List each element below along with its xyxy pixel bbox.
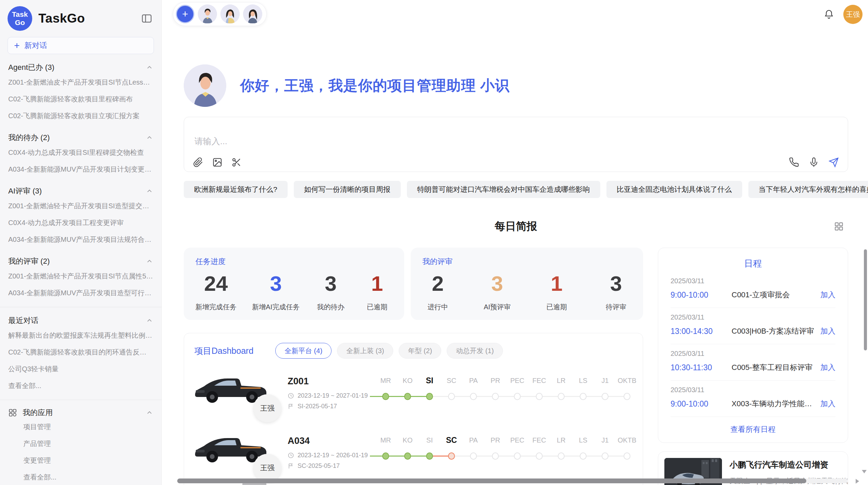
schedule-time: 9:00-10:00 — [671, 399, 732, 409]
sidebar-toggle-icon[interactable] — [141, 13, 153, 24]
milestone-ko: KO — [397, 435, 419, 470]
sidebar-item[interactable]: C0X4-动力总成开发项目工程变更评审 — [8, 214, 153, 231]
app-item-product-mgmt[interactable]: 产品管理 — [8, 435, 153, 452]
milestone-dot — [404, 393, 411, 400]
send-icon[interactable] — [829, 157, 839, 167]
project-dates: 2023-12-19 ~ 2026-01-19 — [288, 452, 373, 459]
schedule-event-title: C005-整车工程目标评审 — [732, 362, 816, 373]
sidebar-item[interactable]: A034-全新新能源MUV产品开发项目法规符合性评审 — [8, 231, 153, 248]
tab-new-body[interactable]: 全新上装 (3) — [337, 343, 393, 359]
assistant-avatar — [184, 64, 226, 107]
suggestion-chip[interactable]: 欧洲新规最近颁布了什么? — [184, 181, 288, 198]
briefing-stats: 任务进度 24新增完成任务 3新增AI完成任务 3我的待办 1已逾期 我的评审 … — [184, 248, 643, 320]
agent-avatar-1[interactable] — [198, 4, 217, 24]
project-row-a034[interactable]: 王强 A034 2023-12-19 ~ 2026-01-19 SC-2025-… — [184, 424, 643, 481]
join-meeting-link[interactable]: 加入 — [820, 399, 835, 409]
milestone-dot — [404, 452, 411, 460]
scissors-icon[interactable] — [231, 157, 242, 167]
join-meeting-link[interactable]: 加入 — [820, 326, 835, 336]
tab-new-platform[interactable]: 全新平台 (4) — [275, 343, 331, 359]
sidebar-item[interactable]: C0X4-动力总成开发项目SI里程碑提交物检查 — [8, 144, 153, 161]
user-avatar[interactable]: 王强 — [843, 5, 863, 24]
app-item-project-mgmt[interactable]: 项目管理 — [8, 419, 153, 435]
chevron-up-icon[interactable] — [146, 409, 153, 416]
join-meeting-link[interactable]: 加入 — [820, 290, 835, 300]
stat-ai-prereview: 3AI预评审 — [482, 270, 513, 312]
logo-text-bottom: Go — [15, 18, 25, 27]
sidebar-item[interactable]: C02-飞腾新能源轻客改款项目里程碑画布 — [8, 91, 153, 108]
suggestion-chip[interactable]: 如何写一份清晰的项目周报 — [294, 181, 401, 198]
stat-review-overdue: 1已逾期 — [541, 270, 572, 312]
schedule-date: 2025/03/11 — [671, 277, 835, 285]
chat-input[interactable] — [194, 136, 606, 146]
chevron-up-icon[interactable] — [146, 258, 153, 265]
project-row-z001[interactable]: 王强 Z001 2023-12-19 ~ 2027-01-19 SI-2025-… — [184, 364, 643, 422]
quick-agents-bar: + — [173, 2, 267, 26]
horizontal-scrollbar-thumb[interactable] — [177, 478, 806, 483]
section-ai-review[interactable]: AI评审 (3) — [8, 186, 153, 196]
sidebar-item[interactable]: Z001-全新燃油轻卡产品开发项目SI节点属性5D文件评审 — [8, 268, 153, 285]
schedule-item[interactable]: 2025/03/11 9:00-10:00 C001-立项审批会 加入 — [671, 272, 835, 308]
clock-icon — [288, 393, 294, 399]
sidebar-item[interactable]: C02-飞腾新能源轻客改款项目立项汇报方案 — [8, 108, 153, 124]
view-all-apps-link[interactable]: 查看全部... — [8, 469, 153, 485]
sidebar-item[interactable]: A034-全新新能源MUV产品开发项目造型可行性评审 — [8, 285, 153, 301]
sidebar-item[interactable]: Z001-全新燃油皮卡产品开发项目SI节点Lesson Learn报告 — [8, 74, 153, 91]
my-reviews-title: 我的评审 — [422, 257, 631, 267]
milestone-dot — [470, 452, 477, 460]
milestone-timeline: MR KO SI SC PA PR PEC FEC LR LS J1 OKTB — [375, 435, 638, 470]
view-all-chats-link[interactable]: 查看全部... — [8, 377, 153, 394]
sidebar-item[interactable]: Z001-全新燃油轻卡产品开发项目SI造型提交物评审 — [8, 198, 153, 214]
new-chat-label: 新对话 — [24, 40, 47, 51]
microphone-icon[interactable] — [809, 157, 819, 167]
milestone-j1: J1 — [594, 375, 616, 411]
tab-model-year[interactable]: 年型 (2) — [399, 343, 441, 359]
section-recent-chats[interactable]: 最近对话 — [8, 315, 153, 326]
image-icon[interactable] — [212, 157, 222, 167]
add-agent-button[interactable]: + — [176, 5, 194, 23]
chevron-up-icon[interactable] — [146, 64, 153, 71]
recent-chat-item[interactable]: 公司Q3轻卡销量 — [8, 361, 153, 377]
chevron-up-icon[interactable] — [146, 317, 153, 324]
scroll-right-arrow[interactable] — [856, 479, 859, 484]
section-my-todo[interactable]: 我的待办 (2) — [8, 133, 153, 143]
join-meeting-link[interactable]: 加入 — [820, 362, 835, 373]
section-title: 我的待办 (2) — [8, 133, 50, 143]
agent-avatar-3[interactable] — [243, 4, 262, 24]
section-agent-done[interactable]: Agent已办 (3) — [8, 62, 153, 73]
suggestion-chip[interactable]: 当下年轻人对汽车外观有怎样的喜好趋势 — [748, 181, 868, 198]
attachment-icon[interactable] — [193, 157, 203, 167]
milestone-dot — [382, 393, 389, 400]
scroll-down-arrow[interactable] — [862, 470, 867, 473]
recent-chat-item[interactable]: C02-飞腾新能源轻客改款项目的闭环通告反馈情况 — [8, 344, 153, 361]
sidebar-item[interactable]: A034-全新新能源MUV产品开发项目计划变更表编写 — [8, 161, 153, 178]
schedule-item[interactable]: 2025/03/11 9:00-10:00 X003-车辆动力学性能验... 加… — [671, 381, 835, 417]
section-my-review[interactable]: 我的评审 (2) — [8, 256, 153, 266]
chevron-up-icon[interactable] — [146, 187, 153, 195]
new-chat-button[interactable]: + 新对话 — [8, 37, 154, 54]
app-item-change-mgmt[interactable]: 变更管理 — [8, 452, 153, 469]
stat-new-ai-done: 3新增AI完成任务 — [252, 270, 300, 312]
schedule-item[interactable]: 2025/03/11 13:00-14:30 C003|H0B-方案冻结评审 加… — [671, 308, 835, 344]
milestone-dot — [448, 452, 455, 460]
chevron-up-icon[interactable] — [146, 134, 153, 141]
milestone-dot — [624, 393, 630, 400]
suggestion-chip[interactable]: 比亚迪全固态电池计划具体说了什么 — [606, 181, 742, 198]
suggestion-chip[interactable]: 特朗普可能对进口汽车增税会对中国车企造成哪些影响 — [407, 181, 600, 198]
vertical-scrollbar-thumb[interactable] — [864, 249, 867, 350]
horizontal-scrollbar-track[interactable] — [177, 478, 847, 483]
project-code: A034 — [288, 436, 373, 446]
voice-call-icon[interactable] — [789, 157, 799, 167]
agent-avatar-2[interactable] — [220, 4, 240, 24]
notifications-bell-icon[interactable] — [823, 9, 834, 20]
tab-powertrain[interactable]: 动总开发 (1) — [447, 343, 503, 359]
schedule-item[interactable]: 2025/03/11 10:30-11:30 C005-整车工程目标评审 加入 — [671, 344, 835, 381]
view-all-schedule-link[interactable]: 查看所有日程 — [658, 424, 848, 435]
milestone-mr: MR — [375, 375, 397, 411]
app-logo: Task Go — [8, 6, 32, 31]
layout-grid-icon[interactable] — [834, 221, 844, 232]
project-car-image: 王强 — [193, 432, 273, 473]
recent-chat-item[interactable]: 解释最新出台的欧盟报废车法规再生塑料比例被调至15%... — [8, 327, 153, 344]
project-flag-date: SI-2025-05-17 — [288, 403, 373, 410]
sidebar-item-my-apps[interactable]: 我的应用 — [8, 408, 153, 418]
